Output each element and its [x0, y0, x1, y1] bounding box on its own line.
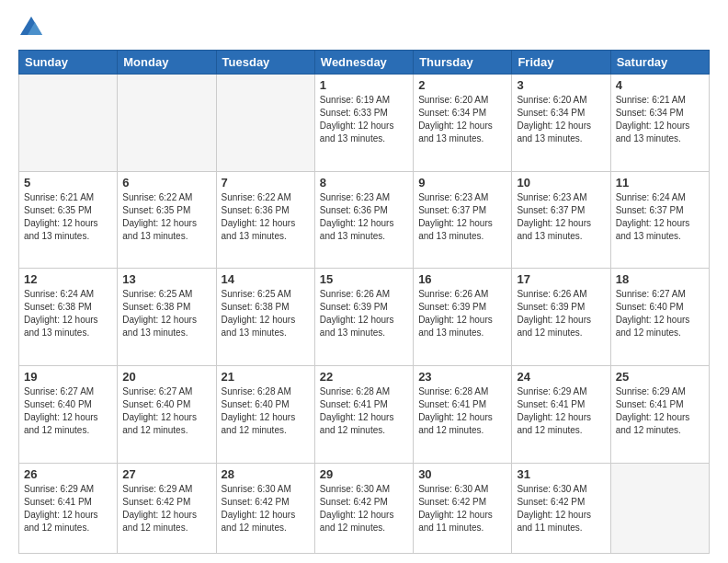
- day-info: Sunrise: 6:28 AM Sunset: 6:41 PM Dayligh…: [418, 385, 506, 437]
- header: [18, 15, 710, 40]
- day-cell: [118, 75, 216, 172]
- day-number: 5: [24, 176, 112, 190]
- weekday-monday: Monday: [118, 51, 216, 75]
- weekday-thursday: Thursday: [414, 51, 512, 75]
- day-info: Sunrise: 6:28 AM Sunset: 6:40 PM Dayligh…: [222, 385, 310, 437]
- day-number: 19: [24, 370, 112, 384]
- calendar-table: SundayMondayTuesdayWednesdayThursdayFrid…: [18, 50, 710, 554]
- week-row-5: 26Sunrise: 6:29 AM Sunset: 6:41 PM Dayli…: [19, 463, 710, 554]
- day-number: 10: [517, 176, 605, 190]
- day-cell: 5Sunrise: 6:21 AM Sunset: 6:35 PM Daylig…: [19, 171, 118, 269]
- day-cell: 6Sunrise: 6:22 AM Sunset: 6:35 PM Daylig…: [118, 171, 216, 269]
- day-cell: 27Sunrise: 6:29 AM Sunset: 6:42 PM Dayli…: [118, 463, 216, 554]
- day-number: 15: [320, 272, 408, 286]
- day-info: Sunrise: 6:25 AM Sunset: 6:38 PM Dayligh…: [222, 288, 310, 339]
- day-info: Sunrise: 6:29 AM Sunset: 6:41 PM Dayligh…: [616, 385, 704, 437]
- day-info: Sunrise: 6:27 AM Sunset: 6:40 PM Dayligh…: [24, 385, 112, 437]
- day-info: Sunrise: 6:26 AM Sunset: 6:39 PM Dayligh…: [320, 288, 408, 339]
- day-cell: 30Sunrise: 6:30 AM Sunset: 6:42 PM Dayli…: [414, 463, 512, 554]
- day-info: Sunrise: 6:30 AM Sunset: 6:42 PM Dayligh…: [320, 483, 408, 534]
- day-info: Sunrise: 6:30 AM Sunset: 6:42 PM Dayligh…: [418, 483, 506, 534]
- day-number: 6: [122, 176, 210, 190]
- day-number: 17: [517, 272, 605, 286]
- day-cell: 2Sunrise: 6:20 AM Sunset: 6:34 PM Daylig…: [414, 75, 512, 172]
- weekday-sunday: Sunday: [19, 51, 118, 75]
- weekday-wednesday: Wednesday: [314, 51, 413, 75]
- day-cell: 20Sunrise: 6:27 AM Sunset: 6:40 PM Dayli…: [118, 365, 216, 463]
- day-info: Sunrise: 6:23 AM Sunset: 6:37 PM Dayligh…: [418, 191, 506, 243]
- day-cell: 13Sunrise: 6:25 AM Sunset: 6:38 PM Dayli…: [118, 269, 216, 366]
- logo-icon: [18, 15, 44, 40]
- day-info: Sunrise: 6:22 AM Sunset: 6:36 PM Dayligh…: [222, 191, 310, 243]
- day-number: 4: [616, 78, 704, 92]
- day-info: Sunrise: 6:20 AM Sunset: 6:34 PM Dayligh…: [418, 94, 506, 145]
- day-info: Sunrise: 6:24 AM Sunset: 6:37 PM Dayligh…: [616, 191, 704, 243]
- day-info: Sunrise: 6:26 AM Sunset: 6:39 PM Dayligh…: [418, 288, 506, 339]
- day-info: Sunrise: 6:21 AM Sunset: 6:35 PM Dayligh…: [24, 191, 112, 243]
- day-number: 24: [517, 370, 605, 384]
- day-info: Sunrise: 6:23 AM Sunset: 6:37 PM Dayligh…: [517, 191, 605, 243]
- day-number: 8: [320, 176, 408, 190]
- day-cell: 14Sunrise: 6:25 AM Sunset: 6:38 PM Dayli…: [216, 269, 314, 366]
- day-cell: 4Sunrise: 6:21 AM Sunset: 6:34 PM Daylig…: [610, 75, 709, 172]
- weekday-friday: Friday: [512, 51, 610, 75]
- day-cell: 18Sunrise: 6:27 AM Sunset: 6:40 PM Dayli…: [610, 269, 709, 366]
- day-info: Sunrise: 6:29 AM Sunset: 6:41 PM Dayligh…: [24, 483, 112, 534]
- day-number: 23: [418, 370, 506, 384]
- day-cell: 9Sunrise: 6:23 AM Sunset: 6:37 PM Daylig…: [414, 171, 512, 269]
- day-cell: 26Sunrise: 6:29 AM Sunset: 6:41 PM Dayli…: [19, 463, 118, 554]
- page: SundayMondayTuesdayWednesdayThursdayFrid…: [0, 0, 728, 563]
- day-cell: 1Sunrise: 6:19 AM Sunset: 6:33 PM Daylig…: [314, 75, 413, 172]
- day-info: Sunrise: 6:27 AM Sunset: 6:40 PM Dayligh…: [122, 385, 210, 437]
- day-number: 18: [616, 272, 704, 286]
- day-number: 21: [222, 370, 310, 384]
- day-info: Sunrise: 6:29 AM Sunset: 6:41 PM Dayligh…: [517, 385, 605, 437]
- day-info: Sunrise: 6:26 AM Sunset: 6:39 PM Dayligh…: [517, 288, 605, 339]
- day-number: 16: [418, 272, 506, 286]
- day-number: 7: [222, 176, 310, 190]
- day-cell: 22Sunrise: 6:28 AM Sunset: 6:41 PM Dayli…: [314, 365, 413, 463]
- day-info: Sunrise: 6:21 AM Sunset: 6:34 PM Dayligh…: [616, 94, 704, 145]
- day-info: Sunrise: 6:20 AM Sunset: 6:34 PM Dayligh…: [517, 94, 605, 145]
- day-info: Sunrise: 6:30 AM Sunset: 6:42 PM Dayligh…: [222, 483, 310, 534]
- day-cell: 12Sunrise: 6:24 AM Sunset: 6:38 PM Dayli…: [19, 269, 118, 366]
- week-row-4: 19Sunrise: 6:27 AM Sunset: 6:40 PM Dayli…: [19, 365, 710, 463]
- day-number: 31: [517, 467, 605, 481]
- day-info: Sunrise: 6:29 AM Sunset: 6:42 PM Dayligh…: [122, 483, 210, 534]
- day-number: 2: [418, 78, 506, 92]
- day-number: 30: [418, 467, 506, 481]
- day-info: Sunrise: 6:30 AM Sunset: 6:42 PM Dayligh…: [517, 483, 605, 534]
- day-info: Sunrise: 6:25 AM Sunset: 6:38 PM Dayligh…: [122, 288, 210, 339]
- day-cell: 28Sunrise: 6:30 AM Sunset: 6:42 PM Dayli…: [216, 463, 314, 554]
- day-number: 13: [122, 272, 210, 286]
- day-number: 25: [616, 370, 704, 384]
- day-cell: 8Sunrise: 6:23 AM Sunset: 6:36 PM Daylig…: [314, 171, 413, 269]
- week-row-2: 5Sunrise: 6:21 AM Sunset: 6:35 PM Daylig…: [19, 171, 710, 269]
- logo: [18, 15, 48, 40]
- day-number: 20: [122, 370, 210, 384]
- day-cell: 31Sunrise: 6:30 AM Sunset: 6:42 PM Dayli…: [512, 463, 610, 554]
- day-number: 11: [616, 176, 704, 190]
- day-cell: [610, 463, 709, 554]
- day-number: 1: [320, 78, 408, 92]
- day-cell: 16Sunrise: 6:26 AM Sunset: 6:39 PM Dayli…: [414, 269, 512, 366]
- day-number: 27: [122, 467, 210, 481]
- week-row-1: 1Sunrise: 6:19 AM Sunset: 6:33 PM Daylig…: [19, 75, 710, 172]
- day-cell: 17Sunrise: 6:26 AM Sunset: 6:39 PM Dayli…: [512, 269, 610, 366]
- day-cell: 3Sunrise: 6:20 AM Sunset: 6:34 PM Daylig…: [512, 75, 610, 172]
- day-cell: 19Sunrise: 6:27 AM Sunset: 6:40 PM Dayli…: [19, 365, 118, 463]
- weekday-header-row: SundayMondayTuesdayWednesdayThursdayFrid…: [19, 51, 710, 75]
- day-cell: 7Sunrise: 6:22 AM Sunset: 6:36 PM Daylig…: [216, 171, 314, 269]
- day-cell: 15Sunrise: 6:26 AM Sunset: 6:39 PM Dayli…: [314, 269, 413, 366]
- day-cell: 23Sunrise: 6:28 AM Sunset: 6:41 PM Dayli…: [414, 365, 512, 463]
- day-cell: 11Sunrise: 6:24 AM Sunset: 6:37 PM Dayli…: [610, 171, 709, 269]
- day-number: 22: [320, 370, 408, 384]
- day-cell: 21Sunrise: 6:28 AM Sunset: 6:40 PM Dayli…: [216, 365, 314, 463]
- day-info: Sunrise: 6:23 AM Sunset: 6:36 PM Dayligh…: [320, 191, 408, 243]
- day-info: Sunrise: 6:28 AM Sunset: 6:41 PM Dayligh…: [320, 385, 408, 437]
- day-number: 3: [517, 78, 605, 92]
- weekday-tuesday: Tuesday: [216, 51, 314, 75]
- day-number: 29: [320, 467, 408, 481]
- day-cell: 10Sunrise: 6:23 AM Sunset: 6:37 PM Dayli…: [512, 171, 610, 269]
- day-info: Sunrise: 6:22 AM Sunset: 6:35 PM Dayligh…: [122, 191, 210, 243]
